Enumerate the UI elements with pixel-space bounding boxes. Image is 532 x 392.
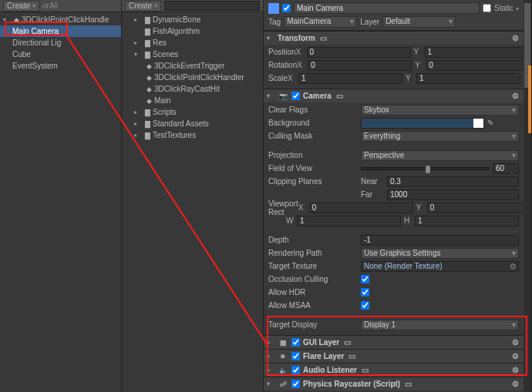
component-header[interactable]: ▾ Transform ▭ ⚙: [264, 32, 524, 45]
project-item-label: 3DClickEventTrigger: [154, 62, 224, 70]
component-enable-checkbox[interactable]: [291, 352, 300, 360]
foldout-icon: ▸: [267, 367, 274, 374]
viewport-w[interactable]: [297, 216, 401, 226]
component-icon: ✷: [278, 353, 288, 360]
hierarchy-item[interactable]: Directional Lig: [0, 37, 121, 49]
gear-icon[interactable]: ⚙: [510, 92, 520, 100]
project-folder[interactable]: ▸▇Standard Assets: [122, 118, 263, 129]
viewport-x[interactable]: [309, 203, 413, 213]
hierarchy-filter-toggle[interactable]: orAll: [42, 2, 58, 10]
depth-value[interactable]: [361, 235, 519, 246]
eyedropper-icon[interactable]: ✎: [487, 119, 493, 127]
hierarchy-item[interactable]: Cube: [0, 49, 121, 60]
projection-select[interactable]: Perspective: [361, 150, 519, 161]
inspector-panel: Static Tag MainCamera Layer Default ▾ Tr…: [264, 0, 532, 392]
component-header[interactable]: ▸ ▦ GUI Layer ▭ ⚙: [264, 336, 524, 349]
clear-flags-select[interactable]: Skybox: [361, 105, 519, 116]
layer-select[interactable]: Default: [382, 16, 456, 28]
help-icon[interactable]: ▭: [347, 352, 357, 360]
project-item-label: Main: [154, 96, 171, 105]
render-path-select[interactable]: Use Graphics Settings: [361, 248, 519, 259]
component-enable-checkbox[interactable]: [291, 92, 300, 100]
project-folder[interactable]: ▸▇Res: [122, 37, 263, 49]
near-clip[interactable]: [387, 176, 519, 187]
gear-icon[interactable]: ⚙: [510, 34, 520, 42]
occlusion-checkbox[interactable]: [361, 275, 369, 283]
project-create-menu[interactable]: Create: [125, 1, 161, 12]
hierarchy-item-main-camera[interactable]: Main Camera: [0, 25, 121, 37]
component-icon: ▦: [278, 339, 288, 347]
hierarchy-create-menu[interactable]: Create: [3, 1, 39, 12]
position-y[interactable]: [425, 47, 529, 58]
far-clip[interactable]: [387, 189, 519, 200]
help-icon[interactable]: ▭: [360, 366, 370, 374]
gear-icon[interactable]: ⚙: [510, 352, 520, 360]
viewport-h[interactable]: [415, 216, 519, 226]
rotation-x[interactable]: [308, 60, 412, 71]
project-item-label: Scenes: [153, 50, 178, 59]
msaa-checkbox[interactable]: [361, 301, 369, 310]
gameobject-icon[interactable]: [268, 3, 279, 14]
project-scene-file[interactable]: ◆3DClickRayCastHit: [122, 83, 263, 95]
fov-slider[interactable]: [361, 167, 490, 170]
folder-icon: ▇: [142, 132, 153, 139]
gear-icon[interactable]: ⚙: [510, 366, 520, 374]
component-title: Camera: [303, 92, 332, 100]
component-header[interactable]: ▾ 📷 Camera ▭ ⚙: [264, 89, 524, 102]
component-header[interactable]: ▸ ✷ Flare Layer ▭ ⚙: [264, 350, 524, 363]
static-checkbox[interactable]: [483, 4, 491, 12]
help-icon[interactable]: ▭: [318, 34, 328, 42]
project-folder[interactable]: ▸▇DynamicBone: [122, 14, 263, 25]
background-color[interactable]: [361, 118, 484, 129]
component-header[interactable]: ▸ 🔈 Audio Listener ▭ ⚙: [264, 364, 524, 377]
target-display-select[interactable]: Display 1: [361, 320, 519, 330]
fov-value[interactable]: [493, 163, 519, 174]
foldout-icon: ▸: [267, 353, 274, 360]
rotation-y[interactable]: [426, 60, 530, 71]
project-toolbar: Create: [122, 0, 263, 12]
project-scene-file[interactable]: ◆3DClickIPointClickHandler: [122, 72, 263, 83]
hierarchy-item-label: 3DClickIPointClickHandle: [22, 15, 109, 24]
culling-mask-select[interactable]: Everything: [361, 131, 519, 142]
component-header[interactable]: ▾ ☍ Physics Raycaster (Script) ▭ ⚙: [264, 377, 524, 390]
gameobject-active-checkbox[interactable]: [282, 4, 291, 12]
project-item-label: Standard Assets: [153, 119, 209, 128]
hdr-checkbox[interactable]: [361, 288, 369, 297]
help-icon[interactable]: ▭: [335, 92, 345, 100]
component-enable-checkbox[interactable]: [291, 366, 300, 374]
position-x[interactable]: [307, 47, 411, 58]
viewport-y[interactable]: [427, 203, 531, 213]
camera-component: ▾ 📷 Camera ▭ ⚙ Clear FlagsSkybox Backgro…: [264, 89, 524, 335]
project-scene-file[interactable]: ◆Main: [122, 95, 263, 106]
project-folder-scenes[interactable]: ▾▇Scenes: [122, 49, 263, 60]
inspector-scrollbar[interactable]: [524, 0, 531, 392]
gear-icon[interactable]: ⚙: [510, 380, 520, 388]
unity-scene-icon: ◆: [143, 74, 154, 82]
component-title: Transform: [278, 34, 315, 42]
project-folder[interactable]: ▇FishAlgorithm: [122, 25, 263, 37]
help-icon[interactable]: ▭: [342, 338, 352, 347]
foldout-icon: ▾: [134, 51, 142, 58]
tag-select[interactable]: MainCamera: [284, 16, 357, 28]
project-folder[interactable]: ▸▇TestTextures: [122, 129, 263, 141]
component-enable-checkbox[interactable]: [291, 380, 300, 388]
project-item-label: Scripts: [153, 108, 177, 116]
project-search-input[interactable]: [164, 1, 260, 11]
target-texture-field[interactable]: None (Render Texture)⊙: [361, 261, 519, 272]
object-picker-icon[interactable]: ⊙: [510, 262, 516, 270]
hierarchy-scene-root[interactable]: ▾ ◆ 3DClickIPointClickHandle: [0, 14, 121, 25]
project-scene-file[interactable]: ◆3DClickEventTrigger: [122, 60, 263, 72]
hierarchy-item[interactable]: EventSystem: [0, 60, 121, 72]
foldout-icon: ▾: [267, 35, 274, 42]
gear-icon[interactable]: ⚙: [510, 338, 520, 347]
component-enable-checkbox[interactable]: [291, 338, 300, 347]
scale-y[interactable]: [416, 73, 520, 84]
help-icon[interactable]: ▭: [403, 380, 413, 388]
scale-x[interactable]: [298, 73, 402, 84]
unity-scene-icon: ◆: [143, 85, 154, 93]
foldout-icon: ▾: [267, 92, 274, 99]
project-folder[interactable]: ▸▇Scripts: [122, 106, 263, 118]
gameobject-name-input[interactable]: [294, 2, 480, 14]
project-item-label: TestTextures: [153, 131, 196, 139]
static-dropdown[interactable]: Static: [494, 4, 519, 12]
